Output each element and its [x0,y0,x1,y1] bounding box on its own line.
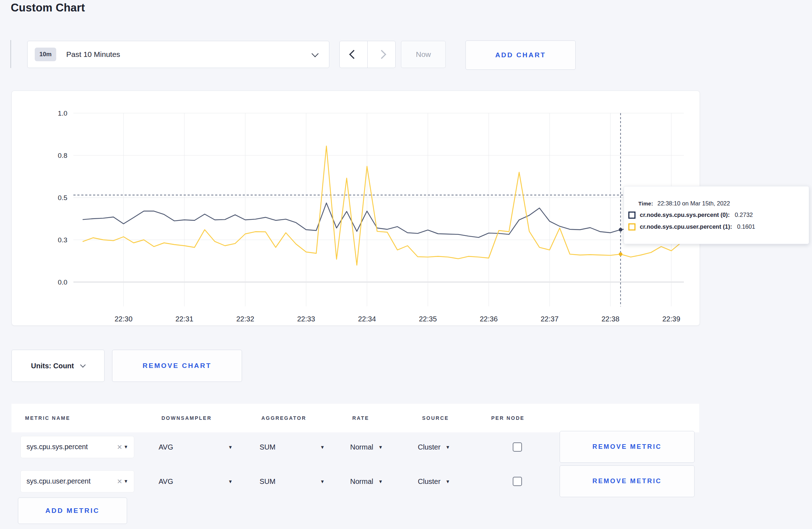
per-node-checkbox[interactable] [513,442,522,452]
series-swatch-icon [628,212,635,219]
add-chart-button[interactable]: ADD CHART [465,40,576,70]
x-axis-tick-label: 22:34 [358,315,376,323]
clear-metric-icon[interactable]: × [117,477,122,486]
dropdown-arrow-icon: ▼ [124,479,128,484]
x-axis-tick-label: 22:39 [662,315,680,323]
x-axis-tick-label: 22:35 [419,315,437,323]
chevron-right-icon [377,50,386,59]
add-metric-button[interactable]: ADD METRIC [18,498,127,524]
source-value: Cluster [418,477,440,485]
metric-name-value: sys.cpu.user.percent [26,477,114,485]
time-range-badge: 10m [35,48,56,61]
x-axis-tick-label: 22:36 [480,315,498,323]
rate-dropdown[interactable]: Normal▼ [350,477,383,485]
tooltip-metric-row: cr.node.sys.cpu.user.percent (1):0.1601 [624,223,809,230]
cpu-percent-line-chart[interactable]: 1.00.80.50.30.022:3022:3122:3222:3322:34… [12,91,700,325]
dropdown-arrow-icon: ▼ [320,444,325,450]
col-header-rate: RATE [352,415,369,421]
dropdown-arrow-icon: ▼ [228,444,233,450]
x-axis-tick-label: 22:37 [541,315,559,323]
remove-metric-button[interactable]: REMOVE METRIC [560,465,695,497]
tooltip-metric-label: cr.node.sys.cpu.user.percent (1): [640,223,732,230]
remove-metric-button[interactable]: REMOVE METRIC [560,431,695,463]
hover-dot-cr.node.sys.cpu.user.percent [619,252,622,256]
y-axis-tick-label: 0.3 [58,236,67,244]
x-axis-tick-label: 22:30 [115,315,132,323]
per-node-checkbox[interactable] [513,477,522,486]
metric-table-row: sys.cpu.user.percent×▼AVG▼SUM▼Normal▼Clu… [11,465,699,498]
chevron-down-icon [311,50,319,57]
tooltip-time-label: Time: [638,200,653,207]
y-axis-tick-label: 0.0 [58,278,67,286]
clear-metric-icon[interactable]: × [117,443,122,451]
time-range-label: Past 10 Minutes [66,50,120,59]
page-title: Custom Chart [11,1,85,14]
metric-name-dropdown[interactable]: sys.cpu.user.percent×▼ [20,470,134,492]
aggregator-select-value[interactable]: SUM [260,443,275,451]
source-dropdown[interactable]: Cluster▼ [418,477,450,485]
toolbar-divider [10,40,11,68]
dropdown-arrow-icon: ▼ [378,444,383,450]
x-axis-tick-label: 22:32 [236,315,254,323]
x-axis-tick-label: 22:31 [175,315,193,323]
x-axis-tick-label: 22:33 [297,315,315,323]
dropdown-arrow-icon: ▼ [378,479,383,484]
hover-dot-cr.node.sys.cpu.sys.percent [619,228,622,232]
units-dropdown[interactable]: Units: Count [11,350,105,382]
y-axis-tick-label: 0.8 [58,152,67,159]
tooltip-time-row: Time: 22:38:10 on Mar 15th, 2022 [624,200,809,207]
chart-card: 1.00.80.50.30.022:3022:3122:3222:3322:34… [11,91,700,326]
downsampler-select-value[interactable]: AVG [159,443,173,451]
rate-value: Normal [350,443,373,451]
units-dropdown-label: Units: Count [31,362,74,370]
series-line-cr.node.sys.cpu.sys.percent [83,203,682,237]
metrics-table-header: METRIC NAMEDOWNSAMPLERAGGREGATORRATESOUR… [11,404,699,432]
dropdown-arrow-icon: ▼ [320,479,325,484]
dropdown-arrow-icon: ▼ [228,479,233,484]
next-time-button[interactable] [368,41,395,68]
tooltip-metric-value: 0.2732 [735,212,753,218]
col-header-per-node: PER NODE [491,415,525,421]
y-axis-tick-label: 1.0 [58,110,67,117]
tooltip-metric-value: 0.1601 [737,223,755,230]
now-button[interactable]: Now [401,41,446,68]
series-swatch-icon [628,223,635,230]
rate-dropdown[interactable]: Normal▼ [350,443,383,451]
chevron-left-icon [349,50,358,59]
col-header-metric-name: METRIC NAME [25,415,70,421]
time-nav-buttons [339,41,396,68]
y-axis-tick-label: 0.5 [58,194,67,202]
tooltip-metric-row: cr.node.sys.cpu.sys.percent (0):0.2732 [624,212,809,219]
source-dropdown[interactable]: Cluster▼ [418,443,450,451]
metric-name-dropdown[interactable]: sys.cpu.sys.percent×▼ [20,436,134,458]
col-header-source: SOURCE [422,415,449,421]
time-range-dropdown[interactable]: 10m Past 10 Minutes [27,41,329,68]
metric-table-row: sys.cpu.sys.percent×▼AVG▼SUM▼Normal▼Clus… [11,430,699,464]
downsampler-select-value[interactable]: AVG [159,477,173,485]
custom-chart-page: Custom Chart 10m Past 10 Minutes Now ADD… [0,0,812,529]
series-line-cr.node.sys.cpu.user.percent [83,146,682,265]
metric-name-value: sys.cpu.sys.percent [26,443,114,451]
rate-value: Normal [350,477,373,485]
chart-tooltip: Time: 22:38:10 on Mar 15th, 2022 cr.node… [624,186,809,244]
remove-chart-button[interactable]: REMOVE CHART [112,350,242,382]
source-value: Cluster [418,443,440,451]
tooltip-metric-label: cr.node.sys.cpu.sys.percent (0): [640,212,730,218]
aggregator-select-value[interactable]: SUM [260,477,275,485]
col-header-downsampler: DOWNSAMPLER [161,415,212,421]
tooltip-time-value: 22:38:10 on Mar 15th, 2022 [657,200,730,207]
chevron-down-icon [80,362,86,368]
col-header-aggregator: AGGREGATOR [261,415,306,421]
x-axis-tick-label: 22:38 [601,315,619,323]
dropdown-arrow-icon: ▼ [445,479,450,484]
dropdown-arrow-icon: ▼ [124,444,128,450]
prev-time-button[interactable] [340,41,368,68]
dropdown-arrow-icon: ▼ [445,444,450,450]
